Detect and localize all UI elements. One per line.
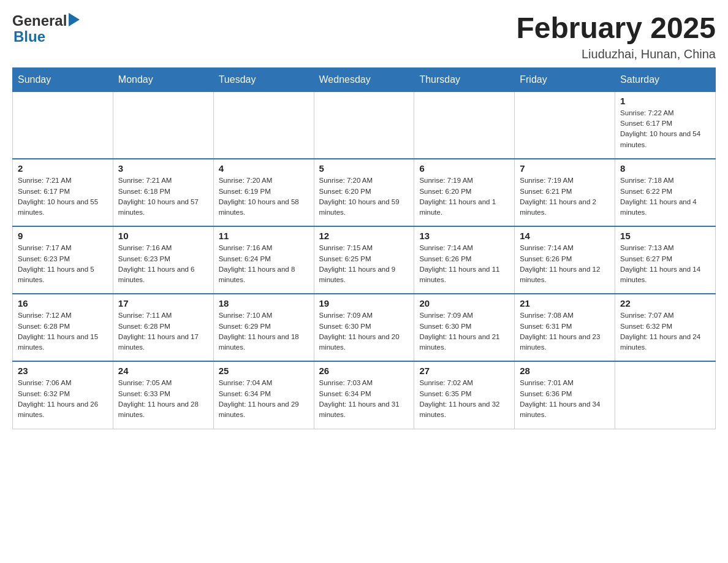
day-info: Sunrise: 7:20 AM Sunset: 6:19 PM Dayligh… (219, 175, 309, 218)
day-number: 17 (118, 298, 208, 308)
day-number: 15 (620, 231, 710, 241)
calendar-cell: 18Sunrise: 7:10 AM Sunset: 6:29 PM Dayli… (213, 294, 314, 361)
calendar-cell: 1Sunrise: 7:22 AM Sunset: 6:17 PM Daylig… (615, 91, 716, 159)
day-number: 8 (620, 163, 710, 174)
month-title: February 2025 (516, 12, 716, 45)
calendar-cell: 11Sunrise: 7:16 AM Sunset: 6:24 PM Dayli… (213, 226, 314, 294)
day-info: Sunrise: 7:18 AM Sunset: 6:22 PM Dayligh… (620, 175, 710, 218)
day-number: 26 (319, 366, 409, 376)
calendar-cell: 21Sunrise: 7:08 AM Sunset: 6:31 PM Dayli… (515, 294, 615, 361)
calendar-cell (314, 91, 414, 159)
day-info: Sunrise: 7:10 AM Sunset: 6:29 PM Dayligh… (219, 310, 309, 353)
day-number: 25 (219, 366, 309, 376)
day-number: 22 (620, 298, 710, 308)
day-number: 9 (18, 231, 108, 241)
day-info: Sunrise: 7:07 AM Sunset: 6:32 PM Dayligh… (620, 310, 710, 353)
calendar-cell: 14Sunrise: 7:14 AM Sunset: 6:26 PM Dayli… (515, 226, 615, 294)
col-monday: Monday (113, 67, 213, 91)
calendar-table: Sunday Monday Tuesday Wednesday Thursday… (12, 67, 716, 429)
day-number: 3 (118, 163, 208, 174)
day-info: Sunrise: 7:19 AM Sunset: 6:21 PM Dayligh… (520, 175, 610, 218)
day-info: Sunrise: 7:19 AM Sunset: 6:20 PM Dayligh… (419, 175, 509, 218)
day-number: 27 (419, 366, 509, 376)
day-number: 4 (219, 163, 309, 174)
day-info: Sunrise: 7:05 AM Sunset: 6:33 PM Dayligh… (118, 378, 208, 420)
calendar-cell: 9Sunrise: 7:17 AM Sunset: 6:23 PM Daylig… (13, 226, 113, 294)
calendar-cell (13, 91, 113, 159)
day-info: Sunrise: 7:09 AM Sunset: 6:30 PM Dayligh… (319, 310, 409, 353)
day-number: 20 (419, 298, 509, 308)
page-header: General Blue February 2025 Liuduzhai, Hu… (12, 12, 716, 61)
day-info: Sunrise: 7:20 AM Sunset: 6:20 PM Dayligh… (319, 175, 409, 218)
col-friday: Friday (515, 67, 615, 91)
calendar-header-row: Sunday Monday Tuesday Wednesday Thursday… (13, 67, 716, 91)
title-section: February 2025 Liuduzhai, Hunan, China (516, 12, 716, 61)
calendar-cell: 22Sunrise: 7:07 AM Sunset: 6:32 PM Dayli… (615, 294, 716, 361)
day-number: 14 (520, 231, 610, 241)
day-info: Sunrise: 7:17 AM Sunset: 6:23 PM Dayligh… (18, 243, 108, 285)
calendar-cell: 13Sunrise: 7:14 AM Sunset: 6:26 PM Dayli… (414, 226, 515, 294)
calendar-cell: 5Sunrise: 7:20 AM Sunset: 6:20 PM Daylig… (314, 159, 414, 226)
calendar-cell: 15Sunrise: 7:13 AM Sunset: 6:27 PM Dayli… (615, 226, 716, 294)
calendar-cell (515, 91, 615, 159)
day-info: Sunrise: 7:21 AM Sunset: 6:18 PM Dayligh… (118, 175, 208, 218)
svg-marker-0 (69, 13, 80, 26)
calendar-cell: 23Sunrise: 7:06 AM Sunset: 6:32 PM Dayli… (13, 361, 113, 429)
col-saturday: Saturday (615, 67, 716, 91)
calendar-cell: 27Sunrise: 7:02 AM Sunset: 6:35 PM Dayli… (414, 361, 515, 429)
day-number: 16 (18, 298, 108, 308)
day-number: 19 (319, 298, 409, 308)
day-number: 18 (219, 298, 309, 308)
day-info: Sunrise: 7:15 AM Sunset: 6:25 PM Dayligh… (319, 243, 409, 285)
calendar-cell (213, 91, 314, 159)
day-info: Sunrise: 7:21 AM Sunset: 6:17 PM Dayligh… (18, 175, 108, 218)
day-number: 21 (520, 298, 610, 308)
calendar-cell: 10Sunrise: 7:16 AM Sunset: 6:23 PM Dayli… (113, 226, 213, 294)
calendar-week-row: 9Sunrise: 7:17 AM Sunset: 6:23 PM Daylig… (13, 226, 716, 294)
calendar-cell: 17Sunrise: 7:11 AM Sunset: 6:28 PM Dayli… (113, 294, 213, 361)
calendar-cell (113, 91, 213, 159)
day-info: Sunrise: 7:09 AM Sunset: 6:30 PM Dayligh… (419, 310, 509, 353)
calendar-week-row: 2Sunrise: 7:21 AM Sunset: 6:17 PM Daylig… (13, 159, 716, 226)
day-info: Sunrise: 7:02 AM Sunset: 6:35 PM Dayligh… (419, 378, 509, 420)
calendar-cell: 2Sunrise: 7:21 AM Sunset: 6:17 PM Daylig… (13, 159, 113, 226)
location-title: Liuduzhai, Hunan, China (516, 47, 716, 61)
day-number: 1 (620, 96, 710, 106)
day-info: Sunrise: 7:08 AM Sunset: 6:31 PM Dayligh… (520, 310, 610, 353)
col-sunday: Sunday (13, 67, 113, 91)
calendar-cell (414, 91, 515, 159)
calendar-cell: 4Sunrise: 7:20 AM Sunset: 6:19 PM Daylig… (213, 159, 314, 226)
calendar-cell: 24Sunrise: 7:05 AM Sunset: 6:33 PM Dayli… (113, 361, 213, 429)
day-info: Sunrise: 7:04 AM Sunset: 6:34 PM Dayligh… (219, 378, 309, 420)
calendar-cell: 12Sunrise: 7:15 AM Sunset: 6:25 PM Dayli… (314, 226, 414, 294)
day-number: 11 (219, 231, 309, 241)
day-number: 7 (520, 163, 610, 174)
calendar-week-row: 1Sunrise: 7:22 AM Sunset: 6:17 PM Daylig… (13, 91, 716, 159)
calendar-cell: 28Sunrise: 7:01 AM Sunset: 6:36 PM Dayli… (515, 361, 615, 429)
calendar-cell: 19Sunrise: 7:09 AM Sunset: 6:30 PM Dayli… (314, 294, 414, 361)
calendar-cell: 16Sunrise: 7:12 AM Sunset: 6:28 PM Dayli… (13, 294, 113, 361)
calendar-cell: 3Sunrise: 7:21 AM Sunset: 6:18 PM Daylig… (113, 159, 213, 226)
logo-arrow-icon (69, 13, 80, 29)
calendar-cell: 6Sunrise: 7:19 AM Sunset: 6:20 PM Daylig… (414, 159, 515, 226)
day-info: Sunrise: 7:14 AM Sunset: 6:26 PM Dayligh… (520, 243, 610, 285)
calendar-week-row: 23Sunrise: 7:06 AM Sunset: 6:32 PM Dayli… (13, 361, 716, 429)
logo: General Blue (12, 12, 80, 45)
col-thursday: Thursday (414, 67, 515, 91)
day-number: 24 (118, 366, 208, 376)
day-number: 23 (18, 366, 108, 376)
day-number: 6 (419, 163, 509, 174)
day-info: Sunrise: 7:03 AM Sunset: 6:34 PM Dayligh… (319, 378, 409, 420)
day-info: Sunrise: 7:06 AM Sunset: 6:32 PM Dayligh… (18, 378, 108, 420)
day-info: Sunrise: 7:16 AM Sunset: 6:23 PM Dayligh… (118, 243, 208, 285)
day-number: 10 (118, 231, 208, 241)
calendar-cell: 25Sunrise: 7:04 AM Sunset: 6:34 PM Dayli… (213, 361, 314, 429)
day-info: Sunrise: 7:12 AM Sunset: 6:28 PM Dayligh… (18, 310, 108, 353)
day-info: Sunrise: 7:11 AM Sunset: 6:28 PM Dayligh… (118, 310, 208, 353)
calendar-cell (615, 361, 716, 429)
logo-blue-text: Blue (13, 28, 45, 45)
logo-general-text: General (12, 12, 67, 29)
day-number: 28 (520, 366, 610, 376)
day-number: 5 (319, 163, 409, 174)
day-info: Sunrise: 7:01 AM Sunset: 6:36 PM Dayligh… (520, 378, 610, 420)
